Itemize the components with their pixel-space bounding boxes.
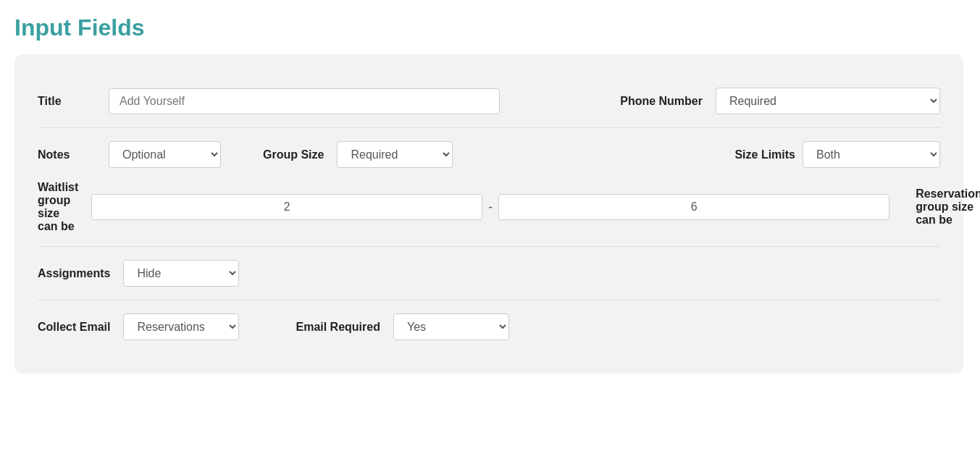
size-limits-select[interactable]: Both Min Only Max Only None	[803, 141, 940, 168]
waitlist-max-input[interactable]	[498, 194, 889, 220]
waitlist-size-inputs: -	[91, 194, 889, 220]
reservation-group-size-label: Reservation group size can be	[916, 187, 980, 227]
collect-email-label: Collect Email	[38, 321, 110, 334]
collect-email-section: Collect Email Reservations Both Waitlist…	[38, 300, 940, 353]
phone-number-label: Phone Number	[620, 95, 703, 108]
input-fields-card: Title Phone Number Required Optional Hid…	[14, 54, 963, 374]
title-label: Title	[38, 95, 96, 108]
notes-label: Notes	[38, 148, 96, 161]
notes-group-section: Notes Optional Required Hide Group Size …	[38, 128, 940, 247]
waitlist-min-input[interactable]	[91, 194, 482, 220]
waitlist-dash: -	[488, 200, 493, 215]
notes-select[interactable]: Optional Required Hide	[109, 141, 221, 168]
group-size-select[interactable]: Required Optional Hide	[337, 141, 453, 168]
assignments-section: Assignments Hide Show Required	[38, 247, 940, 300]
assignments-select[interactable]: Hide Show Required	[123, 260, 239, 287]
waitlist-group-size-label: Waitlist group size can be	[38, 181, 78, 233]
group-size-label: Group Size	[263, 148, 324, 161]
size-limits-label: Size Limits	[734, 148, 795, 161]
assignments-label: Assignments	[38, 267, 110, 280]
email-required-label: Email Required	[296, 321, 380, 334]
page-title: Input Fields	[14, 14, 966, 41]
collect-email-select[interactable]: Reservations Both Waitlist None	[123, 313, 239, 340]
title-phone-section: Title Phone Number Required Optional Hid…	[38, 75, 940, 128]
title-input[interactable]	[109, 88, 500, 114]
email-required-select[interactable]: Yes No	[393, 313, 509, 340]
phone-number-select[interactable]: Required Optional Hide	[716, 88, 940, 114]
